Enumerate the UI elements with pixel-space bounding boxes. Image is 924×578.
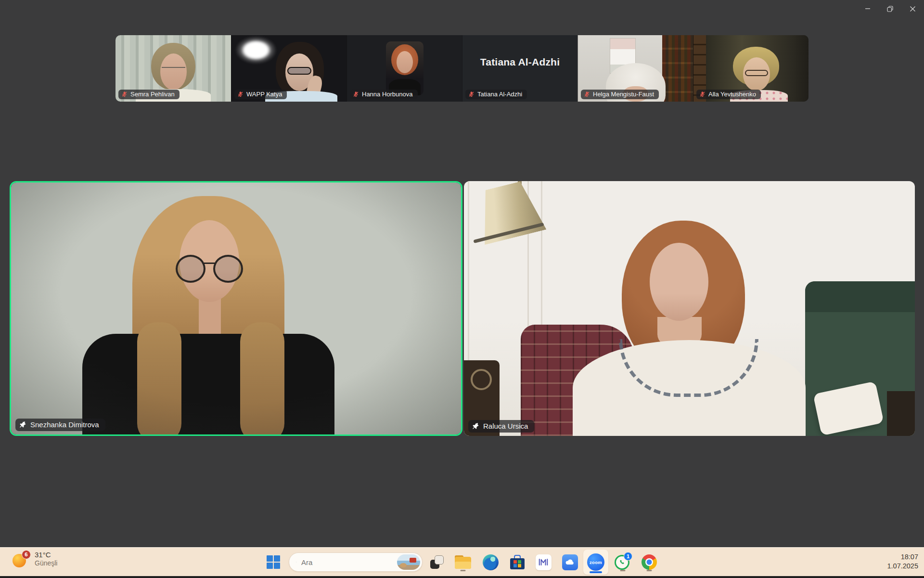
store-icon — [510, 555, 525, 569]
restore-icon — [887, 6, 893, 12]
notification-badge: 6 — [22, 550, 31, 559]
mic-muted-icon — [468, 91, 475, 97]
embroidered-blouse — [573, 340, 806, 436]
weather-condition: Güneşli — [35, 559, 57, 567]
zoom-icon: zoom — [587, 553, 604, 571]
mic-muted-icon — [699, 91, 706, 97]
minimize-button[interactable] — [856, 0, 879, 17]
close-icon — [910, 6, 916, 12]
m-app-button[interactable] — [534, 552, 553, 572]
whatsapp-icon: 1 — [615, 554, 631, 570]
taskbar: 6 31°C Güneşli — [0, 547, 924, 576]
mic-muted-icon — [584, 91, 590, 97]
participant-name-label: Alla Yevtushenko — [696, 90, 761, 99]
notification-badge: 1 — [624, 552, 632, 561]
titlebar-controls — [856, 0, 924, 17]
participant-name-label: Semra Pehlivan — [118, 90, 180, 99]
search-icon — [296, 558, 296, 566]
avatar — [386, 41, 424, 95]
date: 1.07.2025 — [887, 562, 918, 571]
pin-icon — [19, 421, 26, 428]
running-indicator — [461, 570, 466, 571]
search-highlight-image[interactable] — [397, 554, 420, 570]
participant-name-label: Hanna Horbunova — [350, 90, 418, 99]
task-view-icon — [430, 555, 444, 569]
participant-tile[interactable]: Alla Yevtushenko — [693, 35, 808, 102]
cloud-icon — [562, 554, 578, 570]
active-app-indicator — [590, 571, 602, 573]
participant-video: Snezhanka Dimitrova — [11, 183, 461, 434]
participant-name-label: Raluca Ursica — [468, 420, 534, 433]
participant-thumbnail-strip: Semra Pehlivan WAPP Katya Hanna Horbunov… — [116, 35, 808, 102]
minimize-icon — [865, 6, 871, 12]
participant-name-label: Helga Mengistu-Faust — [581, 90, 659, 99]
participant-tile[interactable]: Tatiana Al-Adzhi Tatiana Al-Adzhi — [462, 35, 578, 102]
participant-tile[interactable]: WAPP Katya — [231, 35, 346, 102]
participant-video: Raluca Ursica — [464, 181, 915, 436]
participant-tile[interactable]: Helga Mengistu-Faust — [578, 35, 693, 102]
weather-widget[interactable]: 6 31°C Güneşli — [13, 551, 57, 567]
windows-start-icon — [266, 555, 281, 569]
participant-name-label: Snezhanka Dimitrova — [15, 419, 105, 431]
task-view-button[interactable] — [427, 552, 447, 572]
main-video-tile-active-speaker[interactable]: Snezhanka Dimitrova — [10, 181, 462, 436]
bookshelf — [662, 35, 693, 102]
participant-display-name: Tatiana Al-Adzhi — [462, 56, 578, 68]
running-indicator — [620, 570, 626, 571]
cloud-app-button[interactable] — [560, 552, 579, 572]
mic-muted-icon — [121, 91, 128, 97]
chrome-button[interactable] — [640, 552, 659, 572]
participant-tile[interactable]: Hanna Horbunova — [346, 35, 462, 102]
search-input[interactable] — [301, 558, 397, 566]
screen-bottom-edge — [0, 576, 924, 578]
participant-tile[interactable]: Semra Pehlivan — [116, 35, 231, 102]
edge-button[interactable] — [481, 552, 500, 572]
mic-muted-icon — [237, 91, 244, 97]
whatsapp-button[interactable]: 1 — [613, 552, 632, 572]
chrome-icon — [642, 554, 657, 570]
restore-button[interactable] — [879, 0, 901, 17]
clock[interactable]: 18:07 1.07.2025 — [887, 552, 918, 571]
pin-icon — [472, 422, 479, 430]
close-button[interactable] — [901, 0, 924, 17]
m-logo-icon — [536, 554, 552, 570]
lamp-shade — [472, 181, 547, 245]
start-button[interactable] — [264, 552, 283, 572]
taskbar-search[interactable] — [289, 552, 423, 572]
participant-name-label: Tatiana Al-Adzhi — [465, 90, 527, 99]
zoom-app-button[interactable]: zoom — [583, 550, 608, 575]
time: 18:07 — [887, 552, 918, 562]
file-explorer-button[interactable] — [453, 552, 473, 572]
sun-weather-icon: 6 — [13, 551, 29, 567]
main-video-tile[interactable]: Raluca Ursica — [464, 181, 915, 436]
edge-icon — [483, 554, 499, 570]
lamp-glow — [235, 36, 277, 64]
running-indicator — [647, 570, 652, 571]
microsoft-store-button[interactable] — [508, 552, 527, 572]
weather-temperature: 31°C — [35, 551, 57, 559]
mic-muted-icon — [353, 91, 359, 97]
folder-icon — [455, 555, 471, 569]
participant-name-label: WAPP Katya — [234, 90, 287, 99]
